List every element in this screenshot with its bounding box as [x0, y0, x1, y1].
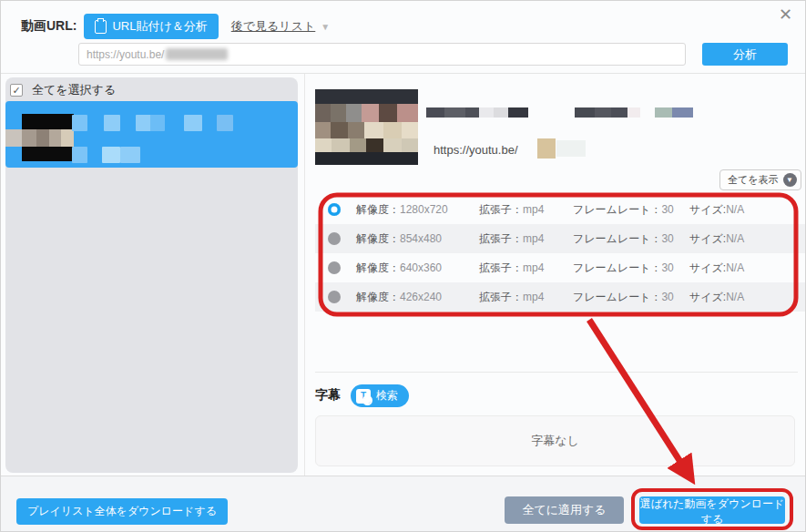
radio-unselected-icon[interactable]	[328, 261, 341, 274]
download-selected-button[interactable]: 選ばれた動画をダウンロードする	[639, 496, 785, 524]
resolution-label: 解像度：	[356, 291, 400, 303]
size-value: N/A	[726, 232, 744, 245]
censored-thumbnail-edge	[5, 129, 22, 147]
fps-value: 30	[661, 232, 673, 245]
show-all-button[interactable]: 全てを表示 ▼	[719, 169, 801, 190]
radio-unselected-icon[interactable]	[328, 291, 341, 303]
size-label: サイズ:	[689, 261, 726, 274]
censored-video-id	[537, 138, 556, 159]
format-row-1280x720[interactable]: 解像度：1280x720 拡張子：mp4 フレームレート：30 サイズ:N/A	[315, 195, 806, 224]
ext-label: 拡張子：	[479, 203, 523, 216]
censored-title-block	[184, 115, 202, 131]
subtitle-label: 字幕	[315, 387, 341, 404]
download-playlist-button[interactable]: プレイリスト全体をダウンロードする	[16, 498, 228, 525]
censored-video-title	[575, 107, 640, 118]
censored-title-block	[104, 115, 120, 131]
censored-title-block	[120, 147, 140, 163]
format-row-640x360[interactable]: 解像度：640x360 拡張子：mp4 フレームレート：30 サイズ:N/A	[315, 253, 806, 282]
subtitle-none-box: 字幕なし	[315, 415, 795, 466]
censored-title-block	[72, 115, 87, 131]
analyze-button[interactable]: 分析	[702, 43, 788, 66]
show-all-label: 全てを表示	[728, 173, 779, 187]
format-list: 解像度：1280x720 拡張子：mp4 フレームレート：30 サイズ:N/A …	[315, 195, 806, 312]
censored-title-block	[217, 115, 233, 131]
format-row-854x480[interactable]: 解像度：854x480 拡張子：mp4 フレームレート：30 サイズ:N/A	[315, 224, 806, 253]
size-value: N/A	[726, 291, 744, 303]
paste-analyze-button[interactable]: URL貼付け＆分析	[84, 14, 218, 39]
censored-video-id	[556, 140, 586, 157]
resolution-label: 解像度：	[356, 261, 400, 274]
url-input-value: https://youtu.be/	[87, 48, 164, 61]
size-label: サイズ:	[689, 232, 726, 245]
resolution-value: 1280x720	[400, 203, 448, 216]
resolution-value: 640x360	[400, 261, 442, 274]
radio-unselected-icon[interactable]	[328, 232, 341, 245]
censored-title-block	[102, 147, 120, 163]
header-divider	[1, 73, 806, 74]
fps-label: フレームレート：	[573, 203, 661, 216]
select-all-checkbox[interactable]: ✓	[10, 84, 23, 97]
resolution-value: 426x240	[400, 291, 442, 303]
censored-title-block	[72, 147, 87, 163]
url-input[interactable]: https://youtu.be/	[78, 43, 686, 66]
subtitle-none-text: 字幕なし	[531, 433, 579, 449]
size-value: N/A	[726, 203, 744, 216]
subtitle-search-label: 検索	[376, 388, 398, 404]
video-thumbnail-large	[315, 89, 418, 165]
size-value: N/A	[726, 261, 744, 274]
size-label: サイズ:	[689, 203, 726, 216]
format-row-426x240[interactable]: 解像度：426x240 拡張子：mp4 フレームレート：30 サイズ:N/A	[315, 282, 806, 312]
text-search-icon: T	[356, 389, 371, 404]
resolution-label: 解像度：	[356, 232, 400, 245]
paste-analyze-label: URL貼付け＆分析	[112, 18, 207, 35]
header-row: 動画URL: URL貼付け＆分析 後で見るリスト ▼	[21, 14, 330, 39]
ext-value: mp4	[523, 203, 544, 216]
apply-all-button[interactable]: 全てに適用する	[505, 496, 624, 524]
censored-video-title	[426, 107, 528, 118]
fps-label: フレームレート：	[573, 261, 661, 274]
fps-value: 30	[661, 203, 673, 216]
subtitle-search-button[interactable]: T 検索	[351, 384, 409, 407]
chevron-down-circle-icon: ▼	[783, 173, 797, 187]
chevron-down-icon[interactable]: ▼	[321, 22, 330, 32]
ext-label: 拡張子：	[479, 232, 523, 245]
size-label: サイズ:	[689, 291, 726, 303]
ext-label: 拡張子：	[479, 291, 523, 303]
fps-label: フレームレート：	[573, 232, 661, 245]
playlist-sidebar: ✓ 全てを選択する	[5, 77, 298, 473]
select-all-row[interactable]: ✓ 全てを選択する	[10, 82, 116, 98]
ext-value: mp4	[523, 261, 544, 274]
fps-label: フレームレート：	[573, 291, 661, 303]
ext-value: mp4	[523, 232, 544, 245]
analyze-dialog: ✕ 動画URL: URL貼付け＆分析 後で見るリスト ▼ https://you…	[0, 0, 806, 532]
footer-bar: プレイリスト全体をダウンロードする 全てに適用する 選ばれた動画をダウンロードす…	[1, 476, 806, 532]
clipboard-icon	[95, 20, 107, 34]
fps-value: 30	[661, 291, 673, 303]
video-url-label: 動画URL:	[21, 18, 77, 35]
radio-selected-icon[interactable]	[328, 203, 341, 216]
video-url-text: https://youtu.be/	[434, 143, 518, 157]
close-icon[interactable]: ✕	[775, 3, 796, 26]
ext-value: mp4	[523, 291, 544, 303]
sidebar-divider	[304, 74, 305, 476]
resolution-value: 854x480	[400, 232, 442, 245]
watch-later-link[interactable]: 後で見るリスト	[231, 18, 316, 35]
select-all-label: 全てを選択する	[32, 82, 116, 98]
resolution-label: 解像度：	[356, 203, 400, 216]
video-thumbnail-small	[22, 114, 74, 161]
censored-video-title	[655, 107, 693, 118]
playlist-item-selected[interactable]	[5, 101, 298, 168]
fps-value: 30	[661, 261, 673, 274]
subtitle-divider	[315, 372, 798, 373]
censored-title-block	[136, 115, 165, 131]
ext-label: 拡張子：	[479, 261, 523, 274]
censored-url-segment	[166, 48, 228, 60]
